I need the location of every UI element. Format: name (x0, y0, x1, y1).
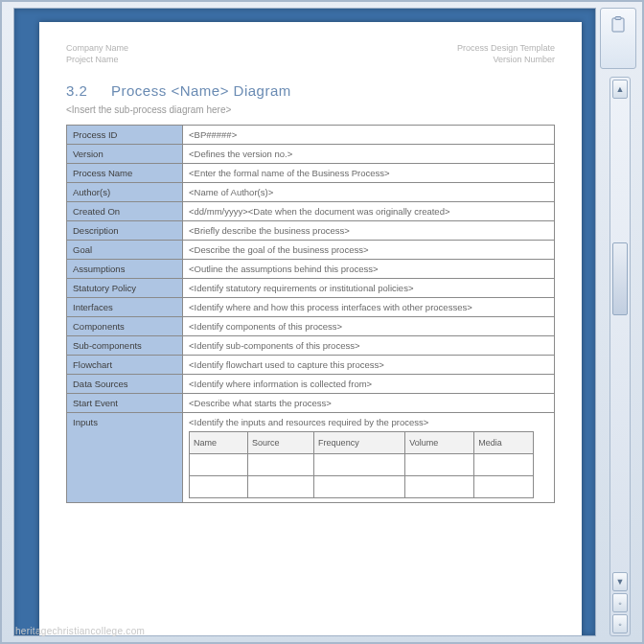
row-value: <Name of Author(s)> (183, 183, 555, 202)
row-key: Goal (67, 241, 183, 260)
table-row: Data Sources<Identify where information … (67, 375, 555, 394)
row-key: Inputs (67, 413, 183, 503)
row-key: Statutory Policy (67, 279, 183, 298)
clipboard-icon (610, 16, 627, 34)
row-key: Components (67, 317, 183, 336)
header-left-line2: Project Name (66, 55, 128, 66)
inputs-note: <Identify the inputs and resources requi… (189, 417, 548, 427)
table-row: Description<Briefly describe the busines… (67, 221, 555, 241)
inputs-empty-cell (405, 454, 474, 476)
prev-page-button[interactable]: ◦ (612, 593, 628, 612)
row-key: Created On (67, 202, 183, 221)
inputs-empty-row (190, 454, 534, 476)
row-value: <Identify sub-components of this process… (183, 336, 555, 356)
row-value: <Describe what starts the process> (183, 394, 555, 413)
inputs-col-header: Frequency (314, 432, 405, 454)
app-frame: Company Name Project Name Process Design… (0, 0, 644, 644)
row-value: <Identify flowchart used to capture this… (183, 356, 555, 375)
document-viewport: Company Name Project Name Process Design… (13, 8, 596, 636)
row-key: Assumptions (67, 260, 183, 279)
section-heading: 3.2 Process <Name> Diagram (66, 82, 555, 99)
section-subtitle: <Insert the sub-process diagram here> (66, 104, 555, 115)
inputs-empty-cell (314, 476, 405, 498)
section-title: Process <Name> Diagram (111, 82, 291, 99)
properties-tbody: Process ID<BP#####>Version<Defines the v… (67, 126, 555, 503)
row-value: <Defines the version no.> (183, 145, 555, 164)
row-value: <Outline the assumptions behind this pro… (183, 260, 555, 279)
inputs-col-header: Source (247, 432, 313, 454)
table-row: Statutory Policy<Identify statutory requ… (67, 279, 555, 298)
table-row: Goal<Describe the goal of the business p… (67, 241, 555, 260)
table-row: Interfaces<Identify where and how this p… (67, 298, 555, 317)
header-right-line1: Process Design Template (457, 43, 555, 55)
properties-table: Process ID<BP#####>Version<Defines the v… (66, 125, 555, 503)
row-value: <Identify statutory requirements or inst… (183, 279, 555, 298)
inputs-empty-cell (314, 454, 405, 476)
svg-rect-0 (612, 18, 624, 32)
row-key: Start Event (67, 394, 183, 413)
svg-rect-1 (615, 17, 621, 20)
inputs-empty-cell (190, 454, 248, 476)
inputs-cell: <Identify the inputs and resources requi… (183, 413, 555, 503)
page-header-right: Process Design Template Version Number (457, 43, 555, 65)
row-key: Interfaces (67, 298, 183, 317)
row-value: <Briefly describe the business process> (183, 221, 555, 241)
inputs-empty-cell (474, 476, 534, 498)
inputs-empty-cell (190, 476, 248, 498)
row-key: Process Name (67, 164, 183, 183)
inputs-empty-cell (474, 454, 534, 476)
header-right-line2: Version Number (457, 55, 555, 66)
page: Company Name Project Name Process Design… (39, 22, 582, 635)
row-value: <Describe the goal of the business proce… (183, 241, 555, 260)
table-row: Process ID<BP#####> (67, 126, 555, 145)
table-row: Sub-components<Identify sub-components o… (67, 336, 555, 356)
inputs-empty-cell (405, 476, 474, 498)
row-value: <BP#####> (183, 126, 555, 145)
inputs-col-header: Volume (405, 432, 474, 454)
scroll-down-button[interactable]: ▼ (612, 572, 628, 591)
row-key: Version (67, 145, 183, 164)
row-value: <Identify where and how this process int… (183, 298, 555, 317)
row-key: Description (67, 221, 183, 241)
row-value: <Enter the formal name of the Business P… (183, 164, 555, 183)
scroll-thumb[interactable] (612, 242, 628, 315)
table-row: Assumptions<Outline the assumptions behi… (67, 260, 555, 279)
watermark-text: heritagechristiancollege.com (15, 626, 145, 636)
inputs-header-row: NameSourceFrequencyVolumeMedia (190, 432, 534, 454)
table-row: Created On<dd/mm/yyyy><Date when the doc… (67, 202, 555, 221)
table-row: Version<Defines the version no.> (67, 145, 555, 164)
task-pane-stub[interactable] (600, 8, 636, 69)
table-row-inputs: Inputs<Identify the inputs and resources… (67, 413, 555, 503)
page-header-left: Company Name Project Name (66, 43, 128, 65)
page-header: Company Name Project Name Process Design… (66, 43, 555, 65)
table-row: Author(s)<Name of Author(s)> (67, 183, 555, 202)
inputs-empty-row (190, 476, 534, 498)
row-key: Data Sources (67, 375, 183, 394)
inputs-col-header: Name (190, 432, 248, 454)
next-page-button[interactable]: ◦ (612, 614, 628, 633)
row-value: <dd/mm/yyyy><Date when the document was … (183, 202, 555, 221)
table-row: Components<Identify components of this p… (67, 317, 555, 336)
row-key: Sub-components (67, 336, 183, 356)
section-number: 3.2 (66, 82, 87, 99)
row-key: Process ID (67, 126, 183, 145)
scroll-up-button[interactable]: ▲ (612, 80, 628, 99)
inputs-table: NameSourceFrequencyVolumeMedia (189, 431, 534, 498)
vertical-scrollbar[interactable]: ▲ ▼ ◦ ◦ (610, 77, 631, 636)
table-row: Process Name<Enter the formal name of th… (67, 164, 555, 183)
row-key: Author(s) (67, 183, 183, 202)
table-row: Start Event<Describe what starts the pro… (67, 394, 555, 413)
right-rail: ▲ ▼ ◦ ◦ (600, 8, 636, 636)
table-row: Flowchart<Identify flowchart used to cap… (67, 356, 555, 375)
row-key: Flowchart (67, 356, 183, 375)
inputs-col-header: Media (474, 432, 534, 454)
row-value: <Identify where information is collected… (183, 375, 555, 394)
inputs-empty-cell (247, 476, 313, 498)
row-value: <Identify components of this process> (183, 317, 555, 336)
header-left-line1: Company Name (66, 43, 128, 55)
inputs-empty-cell (247, 454, 313, 476)
